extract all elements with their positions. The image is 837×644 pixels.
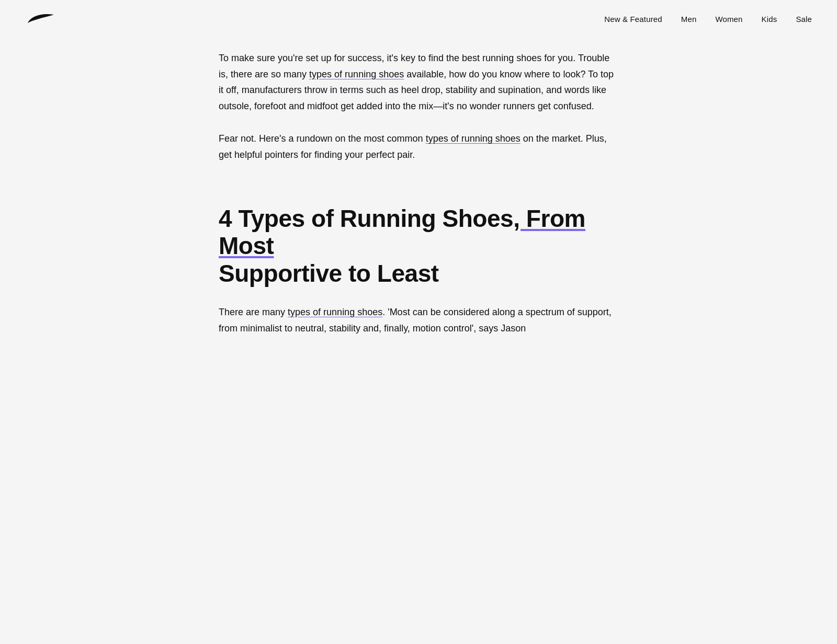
types-of-running-shoes-link-2[interactable]: types of running shoes	[426, 133, 521, 144]
nav-item-men[interactable]: Men	[681, 15, 697, 24]
body-text-part1: There are many	[219, 307, 288, 317]
types-of-running-shoes-link-3[interactable]: types of running shoes	[288, 307, 382, 317]
main-navigation: New & Featured Men Women Kids Sale	[604, 15, 812, 24]
logo-container[interactable]	[25, 8, 56, 29]
nav-item-women[interactable]: Women	[715, 15, 742, 24]
main-content: To make sure you're set up for success, …	[0, 38, 837, 361]
nike-logo[interactable]	[25, 8, 56, 29]
second-paragraph: Fear not. Here's a rundown on the most c…	[219, 131, 618, 163]
site-header: New & Featured Men Women Kids Sale	[0, 0, 837, 38]
heading-text-part2: Supportive to Least	[219, 260, 439, 287]
nav-item-kids[interactable]: Kids	[762, 15, 777, 24]
section-heading: 4 Types of Running Shoes, From MostSuppo…	[219, 205, 618, 288]
nav-item-sale[interactable]: Sale	[796, 15, 812, 24]
content-area: To make sure you're set up for success, …	[194, 38, 643, 361]
nav-item-new-featured[interactable]: New & Featured	[604, 15, 662, 24]
types-of-running-shoes-link-1[interactable]: types of running shoes	[309, 69, 404, 79]
heading-text-part1: 4 Types of Running Shoes	[219, 205, 513, 232]
second-text-part1: Fear not. Here's a rundown on the most c…	[219, 133, 426, 144]
intro-paragraph: To make sure you're set up for success, …	[219, 50, 618, 114]
body-paragraph: There are many types of running shoes. '…	[219, 304, 618, 336]
